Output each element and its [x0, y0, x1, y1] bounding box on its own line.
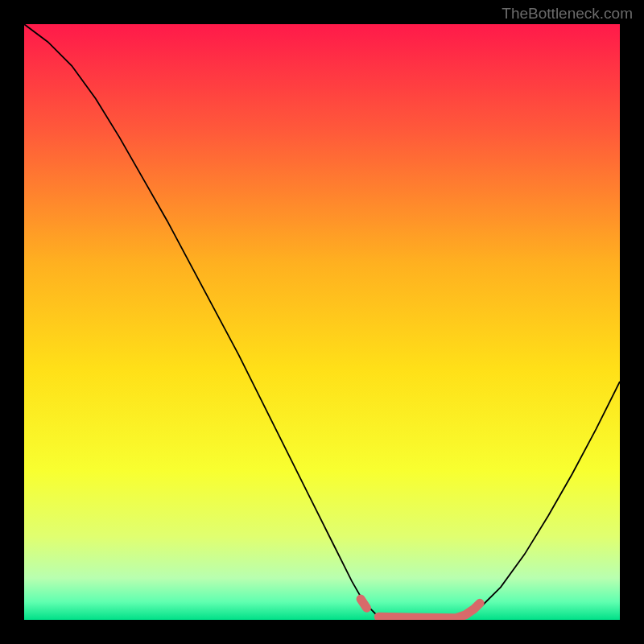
plot-area: [24, 24, 620, 620]
chart-svg: [24, 24, 620, 620]
watermark-text: TheBottleneck.com: [502, 5, 633, 23]
gradient-rect: [24, 24, 620, 620]
highlight-segment: [361, 599, 366, 608]
